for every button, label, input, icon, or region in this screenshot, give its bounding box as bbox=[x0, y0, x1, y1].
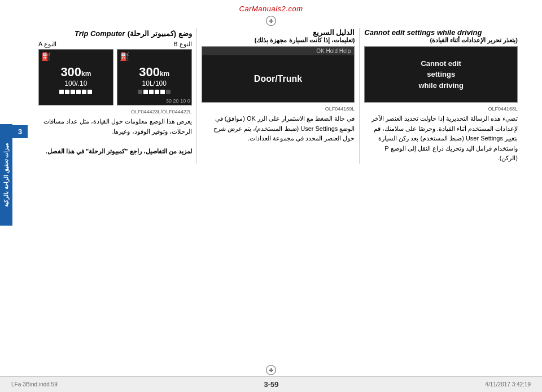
door-display-caption: OLF044169L bbox=[202, 106, 355, 112]
quick-guide-title: الدليل السريع bbox=[202, 28, 355, 37]
door-label: Door/Trunk bbox=[254, 74, 302, 84]
section-title-arabic-trip: وضع (كمبيوتر الرحلة) bbox=[128, 29, 192, 38]
cannot-edit-body: تضيء هذه الرسالة التحذيرية إذا حاولت تحد… bbox=[364, 114, 518, 164]
cannot-edit-title-english: Cannot edit settings while driving bbox=[364, 28, 518, 37]
display-a: ⛽ 300km 10./100 bbox=[38, 49, 113, 105]
display-b-unit: km bbox=[160, 70, 169, 78]
display-b-value: 300 bbox=[139, 65, 160, 79]
cannot-edit-message: Cannot edit settings while driving bbox=[418, 58, 463, 91]
door-trunk-display: OK Hold Help Door/Trunk bbox=[202, 46, 355, 103]
display-caption: OLF044423L/OLF044422L bbox=[38, 109, 192, 114]
page-footer: LFa-3Bind.indd 59 3-59 4/11/2017 3:42:19 bbox=[0, 376, 542, 392]
display-images-row: ⛽ 300km 10L/100 bbox=[38, 49, 192, 105]
display-a-bar bbox=[59, 90, 92, 94]
chapter-tab: ميزات تحقيق الراحة بالركية bbox=[0, 124, 12, 226]
footer-file: LFa-3Bind.indd 59 bbox=[11, 381, 58, 387]
compass-icon: ✛ bbox=[266, 16, 276, 26]
trip-body-text: يعرض هذا الوضع معلومات حول القيادة، مثل … bbox=[38, 117, 192, 136]
watermark: CarManuals2.com bbox=[0, 0, 542, 15]
display-a-value: 300 bbox=[60, 65, 81, 79]
door-top-bar: OK Hold Help bbox=[202, 47, 355, 55]
chapter-badge: 3 bbox=[12, 125, 28, 138]
display-a-unit: km bbox=[81, 70, 91, 78]
section-title-english-trip: Trip Computer bbox=[75, 29, 125, 38]
type-b-label: النوع B bbox=[173, 41, 191, 48]
door-bar-help: OK Hold Help bbox=[316, 48, 351, 54]
quick-guide-subtitle: (تعليمات، إذا كانت السيارة مجهزة بذلك) bbox=[202, 37, 355, 44]
cannot-edit-display: Cannot edit settings while driving bbox=[364, 46, 518, 103]
quick-guide-section: الدليل السريع (تعليمات، إذا كانت السيارة… bbox=[197, 28, 360, 164]
cannot-edit-caption: OLF044168L bbox=[364, 106, 518, 112]
trip-bold-note: لمزيد من التفاصيل، راجع "كمبيوتر الرحلة"… bbox=[38, 147, 192, 157]
cannot-edit-title-arabic: (يتعذر تحرير الإعدادات أثناء القيادة) bbox=[364, 37, 518, 44]
cannot-edit-section: Cannot edit settings while driving (يتعذ… bbox=[360, 28, 522, 164]
display-b-bar bbox=[138, 90, 171, 94]
page-number: 3-59 bbox=[264, 380, 279, 389]
trip-computer-section: وضع (كمبيوتر الرحلة) Trip Computer النوع… bbox=[34, 28, 197, 164]
display-a-sub: 10./100 bbox=[64, 80, 87, 87]
display-b: ⛽ 300km 10L/100 bbox=[117, 49, 192, 105]
bottom-compass-icon: ✛ bbox=[266, 365, 276, 375]
quick-guide-body: في حالة الضغط مع الاستمرار على الزر OK (… bbox=[202, 114, 355, 144]
type-labels-row: النوع B النوع A bbox=[38, 41, 192, 48]
display-b-sub: 10L/100 bbox=[142, 80, 167, 87]
footer-date: 4/11/2017 3:42:19 bbox=[485, 381, 531, 387]
type-a-label: النوع A bbox=[38, 41, 56, 48]
